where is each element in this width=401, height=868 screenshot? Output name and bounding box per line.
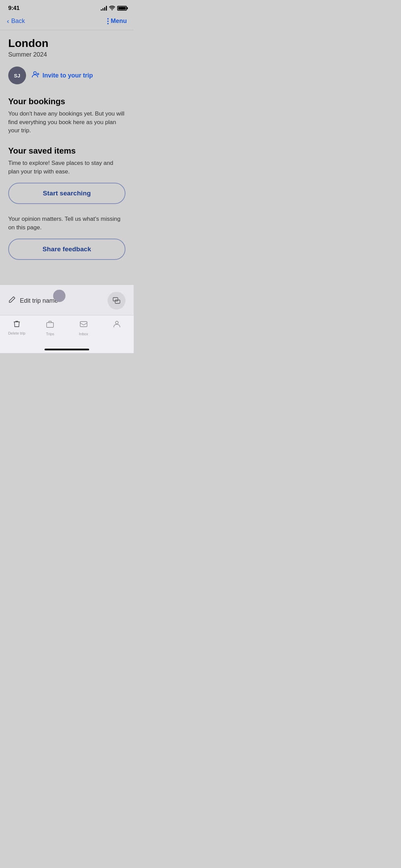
svg-point-5	[116, 321, 118, 324]
bottom-drawer: Edit trip name	[0, 285, 134, 315]
bookings-section: Your bookings You don't have any booking…	[8, 97, 125, 135]
feedback-desc: Your opinion matters. Tell us what's mis…	[8, 215, 125, 232]
status-time: 9:41	[8, 5, 20, 12]
home-indicator	[0, 343, 134, 353]
edit-trip-button[interactable]: Edit trip name	[8, 296, 58, 305]
wifi-icon	[109, 5, 115, 11]
back-button[interactable]: ‹ Back	[7, 17, 25, 25]
start-searching-button[interactable]: Start searching	[8, 183, 125, 204]
invite-person-icon	[32, 70, 40, 81]
edit-icon	[8, 296, 16, 305]
svg-rect-4	[80, 322, 87, 327]
invite-label: Invite to your trip	[42, 72, 93, 79]
bubble-overlay	[53, 290, 65, 302]
home-bar	[45, 349, 89, 350]
bookings-title: Your bookings	[8, 97, 125, 106]
dots-icon	[107, 18, 109, 24]
status-bar: 9:41	[0, 0, 134, 14]
status-icons	[101, 5, 127, 11]
saved-items-desc: Time to explore! Save places to stay and…	[8, 159, 125, 176]
saved-items-title: Your saved items	[8, 146, 125, 156]
share-feedback-button[interactable]: Share feedback	[8, 239, 125, 260]
person-icon	[112, 320, 121, 330]
saved-items-section: Your saved items Time to explore! Save p…	[8, 146, 125, 204]
signal-icon	[101, 6, 107, 11]
nav-bar: ‹ Back Menu	[0, 14, 134, 30]
menu-button[interactable]: Menu	[107, 17, 127, 25]
tab-inbox[interactable]: Inbox	[72, 320, 96, 336]
tab-bar: Delete trip Trips Inbox	[0, 315, 134, 343]
trip-members: SJ Invite to your trip	[8, 67, 125, 84]
feedback-section: Your opinion matters. Tell us what's mis…	[8, 215, 125, 260]
trip-subtitle: Summer 2024	[8, 51, 125, 58]
briefcase-icon	[46, 320, 54, 330]
tab-trips[interactable]: Trips	[38, 320, 62, 336]
svg-rect-2	[115, 300, 120, 303]
invite-button[interactable]: Invite to your trip	[32, 70, 93, 81]
delete-trip-label: Delete trip	[8, 331, 25, 335]
bookings-desc: You don't have any bookings yet. But you…	[8, 110, 125, 135]
trash-icon	[12, 320, 21, 330]
delete-trip-button[interactable]: Delete trip	[5, 320, 29, 335]
svg-rect-1	[113, 298, 118, 301]
back-chevron-icon: ‹	[7, 17, 9, 25]
tab-account[interactable]	[105, 320, 129, 330]
chat-button[interactable]	[108, 292, 125, 310]
battery-icon	[117, 6, 127, 11]
avatar: SJ	[8, 67, 26, 84]
menu-label: Menu	[111, 17, 127, 25]
trip-title: London	[8, 37, 125, 50]
inbox-icon	[79, 320, 88, 330]
svg-rect-3	[47, 323, 53, 327]
main-content: London Summer 2024 SJ Invite to your tri…	[0, 30, 134, 260]
trips-tab-label: Trips	[46, 332, 54, 336]
svg-point-0	[34, 72, 36, 74]
back-label: Back	[11, 17, 25, 25]
edit-trip-label: Edit trip name	[20, 297, 58, 304]
inbox-tab-label: Inbox	[79, 332, 88, 336]
